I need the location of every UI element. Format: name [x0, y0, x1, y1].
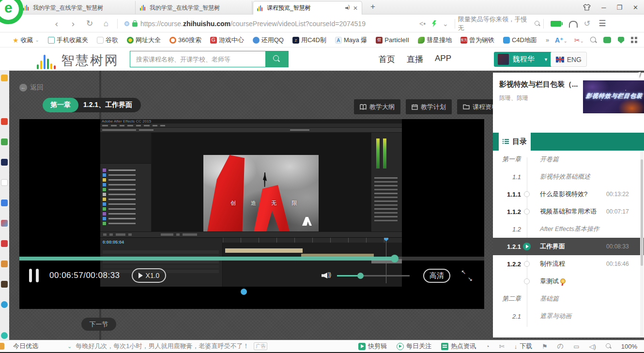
desktop-icon[interactable]: [1, 332, 8, 339]
tab-directory[interactable]: 目录: [499, 133, 531, 151]
shield-icon[interactable]: [618, 37, 624, 44]
desktop-icon[interactable]: [1, 240, 8, 247]
menu-icon[interactable]: ☰: [598, 18, 606, 29]
daily-follow-button[interactable]: 每日关注: [397, 342, 431, 351]
scissors-icon[interactable]: ✂⌄: [574, 36, 584, 44]
desktop-icon[interactable]: [1, 200, 8, 206]
list-item-quiz[interactable]: 章测试: [493, 273, 644, 290]
download-button[interactable]: ↓下载: [514, 342, 533, 351]
fullscreen-icon[interactable]: ↖↘: [461, 270, 473, 281]
desktop-icon[interactable]: [1, 118, 8, 125]
bookmark-item[interactable]: G游戏中心: [210, 36, 244, 45]
back-button[interactable]: ← 返回: [19, 83, 44, 92]
speed-button[interactable]: X1.0: [132, 268, 167, 283]
nav-home[interactable]: 首页: [379, 54, 395, 65]
rocket-icon[interactable]: ✄: [499, 343, 505, 350]
teaching-plan-button[interactable]: 教学计划: [406, 99, 452, 114]
status-left-label[interactable]: 今日优选: [13, 342, 38, 351]
list-item-lesson[interactable]: 1.1.1 什么是影视特效?00:13:22: [493, 185, 644, 203]
bookmark-favorites[interactable]: ★ 收藏⌄: [13, 36, 39, 45]
tab-close-icon[interactable]: ✕: [353, 5, 358, 12]
volume-icon[interactable]: [322, 270, 333, 281]
search-icon[interactable]: [535, 21, 540, 27]
refresh-icon[interactable]: ↻: [81, 18, 98, 29]
bookmarks-overflow[interactable]: »: [546, 36, 549, 44]
list-item-chapter[interactable]: 第一章 开卷篇: [493, 151, 644, 168]
home-icon[interactable]: ⌂: [98, 19, 114, 29]
list-item-lesson[interactable]: 1.2.2 制作流程00:16:46: [493, 255, 644, 273]
share-icon[interactable]: <•: [419, 20, 426, 28]
bookmark-item[interactable]: 谷歌: [97, 36, 118, 45]
skin-icon[interactable]: [583, 4, 591, 11]
tab-audio-icon[interactable]: [345, 6, 350, 11]
syllabus-button[interactable]: 教学大纲: [354, 99, 400, 114]
translate-icon[interactable]: A⁺⌄: [555, 36, 567, 44]
close-button[interactable]: ✕: [633, 4, 638, 11]
window-icon[interactable]: ▭: [573, 343, 579, 350]
bookmark-item[interactable]: C4D地面: [503, 36, 537, 45]
apps-grid-icon[interactable]: [631, 37, 637, 43]
zoom-icon[interactable]: [606, 343, 612, 349]
bookmark-item[interactable]: 网址大全: [127, 36, 161, 45]
progress-handle[interactable]: [391, 255, 399, 262]
desktop-icon[interactable]: [1, 281, 8, 288]
list-item-section[interactable]: 1.2 After Effects基本操作: [493, 220, 644, 238]
bookmark-item[interactable]: 馆ParticleII: [376, 36, 409, 44]
zoom-level[interactable]: 100%: [621, 343, 637, 350]
list-item-section[interactable]: 2.1 遮罩与动画: [493, 307, 644, 325]
scrollbar-thumb[interactable]: [641, 159, 643, 266]
gamepad-icon[interactable]: [603, 37, 611, 43]
video-player[interactable]: Adobe After Effects CC 2015 创 造 无 限: [19, 119, 484, 309]
tab-3-active[interactable]: 课程预览_智慧树 ✕: [253, 1, 362, 15]
find-icon[interactable]: [590, 36, 597, 43]
battery-icon[interactable]: [551, 21, 561, 27]
volume-slider[interactable]: [337, 275, 410, 276]
bookmark-item[interactable]: 360搜索: [169, 36, 201, 45]
undo-icon[interactable]: ↺: [584, 19, 590, 28]
speaker-icon[interactable]: ◁): [589, 343, 596, 350]
zhihuishu-logo[interactable]: 智慧树网: [37, 52, 119, 69]
wind-icon[interactable]: の: [557, 342, 564, 351]
tab-2[interactable]: 我的学堂_在线学堂_智慧树: [136, 1, 252, 15]
url-text[interactable]: https://course.zhihuishu.com/coursePrevi…: [140, 20, 366, 28]
next-section-button[interactable]: 下一节: [81, 318, 116, 331]
minimize-button[interactable]: ─: [601, 4, 606, 11]
user-menu-button[interactable]: 魏程华 ▼: [494, 52, 552, 67]
bookmark-item[interactable]: AMaya 爆: [335, 36, 367, 45]
chevron-down-icon[interactable]: ⌄: [443, 20, 448, 28]
list-item-chapter[interactable]: 第二章 基础篇: [493, 290, 644, 307]
language-button[interactable]: ENG: [551, 52, 587, 67]
sidebar-scrollbar[interactable]: [640, 151, 644, 338]
address-bar[interactable]: https://course.zhihuishu.com/coursePrevi…: [121, 17, 416, 31]
promo-search-box[interactable]: 限量奖品等你来领，手慢无: [458, 15, 540, 32]
flag-icon[interactable]: ⚑: [542, 343, 548, 350]
forward-icon[interactable]: ›: [65, 18, 81, 29]
restore-button[interactable]: ❐: [616, 4, 622, 11]
proxy-dot-icon[interactable]: [124, 21, 129, 26]
nav-app[interactable]: APP: [435, 54, 451, 65]
volume-handle[interactable]: [357, 273, 364, 279]
search-button[interactable]: [265, 51, 289, 67]
bookmark-item[interactable]: 还用QQ: [253, 36, 284, 45]
desktop-icon[interactable]: [1, 301, 8, 308]
bookmark-item[interactable]: z用C4D制: [292, 36, 326, 45]
bookmark-item[interactable]: 东方曾为钢铁: [460, 36, 494, 45]
list-item-lesson-active[interactable]: 1.2.1 工作界面00:08:33: [493, 238, 644, 255]
desktop-icon[interactable]: [1, 138, 8, 145]
desktop-icon[interactable]: [1, 220, 8, 227]
list-item-lesson[interactable]: 1.1.2 视频基础和常用术语00:07:17: [493, 203, 644, 220]
video-progress-bar[interactable]: [19, 257, 484, 261]
desktop-icon[interactable]: [1, 75, 8, 81]
desktop-icon[interactable]: [1, 159, 8, 166]
desktop-icon[interactable]: [1, 179, 8, 186]
headphones-icon[interactable]: [569, 21, 577, 27]
speed-icon[interactable]: ◔: [486, 343, 490, 350]
quality-button[interactable]: 高清: [423, 269, 450, 283]
course-search-input[interactable]: [130, 51, 265, 67]
bookmark-item[interactable]: 手机收藏夹: [48, 36, 88, 45]
list-item-section[interactable]: 1.1 影视特效基础概述: [493, 168, 644, 185]
quick-cut-button[interactable]: 快剪辑: [358, 342, 387, 351]
ad-text[interactable]: 每晚好几次，每次1小时，男人就用鹿鞭膏，老婆直呼受不了！: [76, 342, 249, 351]
nav-live[interactable]: 直播: [407, 54, 423, 65]
desktop-icon[interactable]: [1, 261, 8, 267]
